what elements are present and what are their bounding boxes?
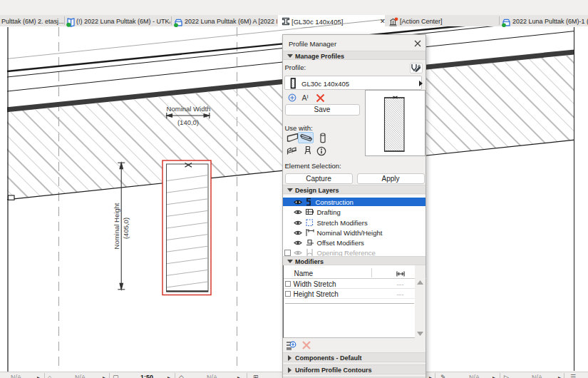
svg-text:Nominal Width: Nominal Width bbox=[167, 105, 211, 113]
svg-text:(140,0): (140,0) bbox=[177, 118, 199, 126]
svg-text:(405,0): (405,0) bbox=[122, 218, 130, 239]
svg-text:Nominal Height: Nominal Height bbox=[113, 203, 120, 249]
